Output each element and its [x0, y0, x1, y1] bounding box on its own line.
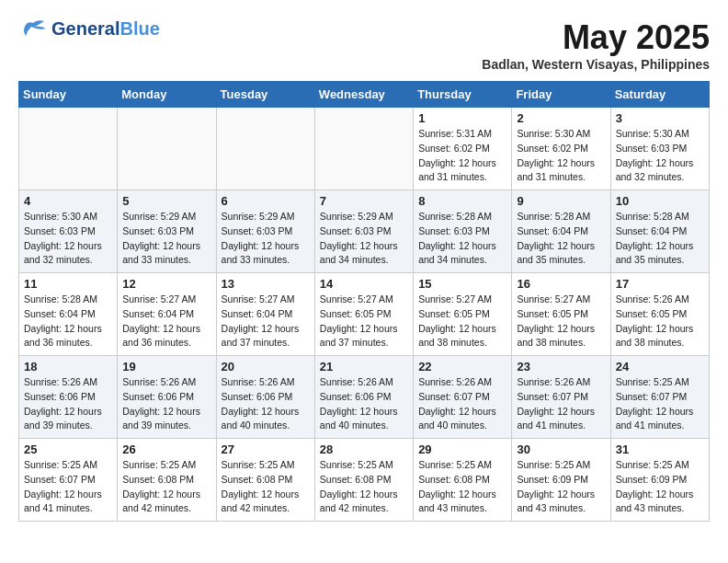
day-info: Sunrise: 5:26 AM Sunset: 6:06 PM Dayligh… [320, 375, 408, 433]
sunrise-text: Sunrise: 5:26 AM [122, 375, 210, 390]
sunset-text: Sunset: 6:07 PM [418, 390, 506, 405]
logo-blue: Blue [119, 18, 159, 39]
day-number: 20 [222, 360, 310, 373]
daylight-text: Daylight: 12 hours and 40 minutes. [418, 405, 506, 434]
calendar-cell: 28 Sunrise: 5:25 AM Sunset: 6:08 PM Dayl… [314, 439, 413, 522]
weekday-header-sunday: Sunday [19, 82, 118, 108]
sunrise-text: Sunrise: 5:28 AM [616, 210, 704, 224]
calendar-cell: 30 Sunrise: 5:25 AM Sunset: 6:09 PM Dayl… [512, 439, 610, 522]
day-number: 3 [616, 111, 704, 125]
daylight-text: Daylight: 12 hours and 35 minutes. [616, 239, 704, 269]
day-number: 26 [122, 442, 210, 456]
day-number: 19 [122, 360, 210, 373]
sunset-text: Sunset: 6:08 PM [418, 473, 506, 488]
daylight-text: Daylight: 12 hours and 39 minutes. [122, 405, 210, 434]
daylight-text: Daylight: 12 hours and 37 minutes. [222, 322, 310, 351]
sunset-text: Sunset: 6:03 PM [24, 224, 112, 239]
day-number: 29 [418, 442, 506, 456]
calendar-cell: 9 Sunrise: 5:28 AM Sunset: 6:04 PM Dayli… [512, 190, 610, 273]
calendar-cell [19, 108, 118, 190]
month-title: May 2025 [482, 18, 710, 57]
sunset-text: Sunset: 6:08 PM [222, 473, 310, 488]
calendar-cell: 20 Sunrise: 5:26 AM Sunset: 6:06 PM Dayl… [216, 356, 314, 439]
sunrise-text: Sunrise: 5:26 AM [24, 375, 112, 390]
day-number: 31 [616, 442, 704, 456]
day-number: 28 [320, 442, 408, 456]
day-info: Sunrise: 5:26 AM Sunset: 6:05 PM Dayligh… [616, 293, 704, 350]
daylight-text: Daylight: 12 hours and 36 minutes. [122, 322, 210, 351]
title-block: May 2025 Badlan, Western Visayas, Philip… [482, 18, 710, 72]
calendar-cell: 6 Sunrise: 5:29 AM Sunset: 6:03 PM Dayli… [216, 190, 314, 273]
sunrise-text: Sunrise: 5:28 AM [418, 210, 506, 224]
day-info: Sunrise: 5:30 AM Sunset: 6:03 PM Dayligh… [616, 127, 704, 185]
sunrise-text: Sunrise: 5:29 AM [222, 210, 310, 224]
week-row-2: 4 Sunrise: 5:30 AM Sunset: 6:03 PM Dayli… [19, 190, 710, 273]
sunset-text: Sunset: 6:07 PM [24, 473, 112, 488]
calendar-cell: 3 Sunrise: 5:30 AM Sunset: 6:03 PM Dayli… [610, 108, 709, 190]
daylight-text: Daylight: 12 hours and 39 minutes. [24, 405, 112, 434]
sunrise-text: Sunrise: 5:30 AM [517, 127, 605, 142]
logo-general: General [51, 18, 119, 39]
sunrise-text: Sunrise: 5:29 AM [320, 210, 408, 224]
sunrise-text: Sunrise: 5:25 AM [616, 458, 704, 473]
calendar-cell: 7 Sunrise: 5:29 AM Sunset: 6:03 PM Dayli… [314, 190, 413, 273]
sunrise-text: Sunrise: 5:25 AM [222, 458, 310, 473]
calendar-cell: 4 Sunrise: 5:30 AM Sunset: 6:03 PM Dayli… [19, 190, 118, 273]
calendar-cell: 15 Sunrise: 5:27 AM Sunset: 6:05 PM Dayl… [414, 273, 512, 356]
calendar-cell: 22 Sunrise: 5:26 AM Sunset: 6:07 PM Dayl… [414, 356, 512, 439]
calendar-cell: 25 Sunrise: 5:25 AM Sunset: 6:07 PM Dayl… [19, 439, 118, 522]
day-info: Sunrise: 5:30 AM Sunset: 6:02 PM Dayligh… [517, 127, 605, 185]
calendar-cell: 14 Sunrise: 5:27 AM Sunset: 6:05 PM Dayl… [314, 273, 413, 356]
day-info: Sunrise: 5:31 AM Sunset: 6:02 PM Dayligh… [418, 127, 506, 185]
daylight-text: Daylight: 12 hours and 41 minutes. [24, 488, 112, 517]
day-number: 14 [320, 277, 408, 291]
day-number: 22 [418, 360, 506, 373]
daylight-text: Daylight: 12 hours and 33 minutes. [222, 239, 310, 269]
sunset-text: Sunset: 6:09 PM [517, 473, 605, 488]
sunset-text: Sunset: 6:04 PM [24, 307, 112, 322]
location: Badlan, Western Visayas, Philippines [482, 57, 710, 72]
day-info: Sunrise: 5:27 AM Sunset: 6:05 PM Dayligh… [418, 293, 506, 350]
sunset-text: Sunset: 6:02 PM [517, 142, 605, 156]
day-number: 7 [320, 194, 408, 208]
calendar-cell: 5 Sunrise: 5:29 AM Sunset: 6:03 PM Dayli… [118, 190, 216, 273]
weekday-header-friday: Friday [512, 82, 610, 108]
calendar-cell: 18 Sunrise: 5:26 AM Sunset: 6:06 PM Dayl… [19, 356, 118, 439]
sunrise-text: Sunrise: 5:26 AM [222, 375, 310, 390]
day-info: Sunrise: 5:25 AM Sunset: 6:09 PM Dayligh… [517, 458, 605, 516]
day-info: Sunrise: 5:26 AM Sunset: 6:06 PM Dayligh… [122, 375, 210, 433]
sunrise-text: Sunrise: 5:30 AM [616, 127, 704, 142]
day-info: Sunrise: 5:25 AM Sunset: 6:08 PM Dayligh… [122, 458, 210, 516]
daylight-text: Daylight: 12 hours and 43 minutes. [418, 488, 506, 517]
sunrise-text: Sunrise: 5:26 AM [418, 375, 506, 390]
sunrise-text: Sunrise: 5:27 AM [122, 293, 210, 307]
daylight-text: Daylight: 12 hours and 43 minutes. [517, 488, 605, 517]
calendar-table: SundayMondayTuesdayWednesdayThursdayFrid… [18, 81, 710, 522]
day-info: Sunrise: 5:25 AM Sunset: 6:07 PM Dayligh… [24, 458, 112, 516]
sunrise-text: Sunrise: 5:25 AM [320, 458, 408, 473]
day-info: Sunrise: 5:26 AM Sunset: 6:06 PM Dayligh… [24, 375, 112, 433]
sunset-text: Sunset: 6:04 PM [616, 224, 704, 239]
daylight-text: Daylight: 12 hours and 38 minutes. [418, 322, 506, 351]
sunset-text: Sunset: 6:09 PM [616, 473, 704, 488]
calendar-cell: 23 Sunrise: 5:26 AM Sunset: 6:07 PM Dayl… [512, 356, 610, 439]
sunset-text: Sunset: 6:02 PM [418, 142, 506, 156]
sunset-text: Sunset: 6:08 PM [320, 473, 408, 488]
calendar-cell: 27 Sunrise: 5:25 AM Sunset: 6:08 PM Dayl… [216, 439, 314, 522]
daylight-text: Daylight: 12 hours and 42 minutes. [122, 488, 210, 517]
weekday-header-thursday: Thursday [414, 82, 512, 108]
day-info: Sunrise: 5:26 AM Sunset: 6:06 PM Dayligh… [222, 375, 310, 433]
calendar-cell [314, 108, 413, 190]
sunrise-text: Sunrise: 5:26 AM [320, 375, 408, 390]
calendar-cell [118, 108, 216, 190]
calendar-cell: 21 Sunrise: 5:26 AM Sunset: 6:06 PM Dayl… [314, 356, 413, 439]
sunrise-text: Sunrise: 5:25 AM [122, 458, 210, 473]
sunrise-text: Sunrise: 5:27 AM [418, 293, 506, 307]
weekday-header-saturday: Saturday [610, 82, 709, 108]
sunrise-text: Sunrise: 5:26 AM [616, 293, 704, 307]
daylight-text: Daylight: 12 hours and 42 minutes. [320, 488, 408, 517]
sunrise-text: Sunrise: 5:25 AM [616, 375, 704, 390]
day-number: 21 [320, 360, 408, 373]
day-number: 24 [616, 360, 704, 373]
day-info: Sunrise: 5:28 AM Sunset: 6:03 PM Dayligh… [418, 210, 506, 268]
